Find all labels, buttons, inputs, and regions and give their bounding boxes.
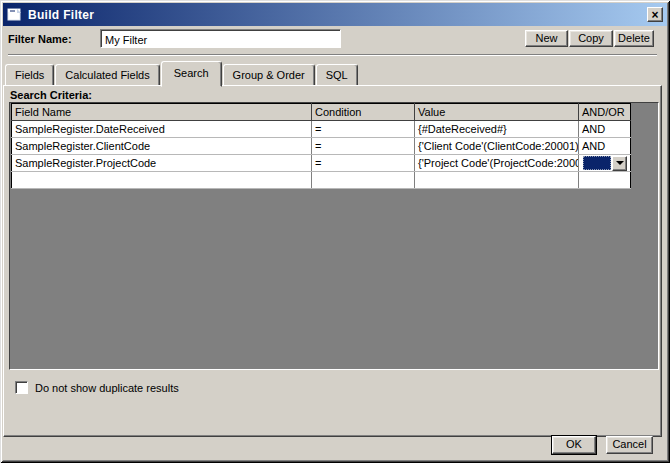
- cell-field-name[interactable]: SampleRegister.ProjectCode: [12, 155, 312, 172]
- tab-search[interactable]: Search: [161, 61, 222, 87]
- table-row-empty[interactable]: [12, 172, 631, 189]
- column-header-value[interactable]: Value: [415, 104, 579, 121]
- cell-value[interactable]: {'Project Code'(ProjectCode:20002: [415, 155, 579, 172]
- delete-button[interactable]: Delete: [614, 30, 654, 47]
- search-tab-page: Search Criteria: Field Name Condition Va…: [3, 85, 662, 437]
- window-title: Build Filter: [28, 8, 94, 22]
- cell-andor[interactable]: AND: [579, 138, 631, 155]
- tab-strip: Fields Calculated Fields Search Group & …: [5, 60, 359, 86]
- cell-field-name[interactable]: [12, 172, 312, 189]
- search-criteria-label: Search Criteria:: [10, 89, 92, 101]
- andor-combobox[interactable]: [582, 155, 627, 171]
- table-row[interactable]: SampleRegister.DateReceived = {#DateRece…: [12, 121, 631, 138]
- combobox-dropdown-button[interactable]: [612, 156, 627, 171]
- new-button[interactable]: New: [525, 30, 568, 47]
- close-icon: ×: [651, 9, 658, 21]
- tab-calculated-fields[interactable]: Calculated Fields: [55, 64, 159, 86]
- divider: [8, 54, 657, 56]
- combobox-selection[interactable]: [583, 156, 611, 170]
- column-header-andor[interactable]: AND/OR: [579, 104, 631, 121]
- column-header-condition[interactable]: Condition: [312, 104, 415, 121]
- chevron-down-icon: [616, 161, 624, 165]
- cell-value[interactable]: [415, 172, 579, 189]
- tab-sql[interactable]: SQL: [316, 64, 358, 86]
- duplicate-results-label: Do not show duplicate results: [35, 382, 179, 394]
- app-window-icon: [7, 8, 22, 22]
- tab-fields[interactable]: Fields: [5, 64, 54, 86]
- cell-condition[interactable]: =: [312, 138, 415, 155]
- cell-field-name[interactable]: SampleRegister.DateReceived: [12, 121, 312, 138]
- table-header-row: Field Name Condition Value AND/OR: [12, 104, 631, 121]
- build-filter-dialog: Build Filter × Filter Name: New Copy Del…: [0, 0, 670, 463]
- cell-value[interactable]: {#DateReceived#}: [415, 121, 579, 138]
- table-row[interactable]: SampleRegister.ClientCode = {'Client Cod…: [12, 138, 631, 155]
- duplicate-results-checkbox[interactable]: [15, 381, 28, 394]
- cell-field-name[interactable]: SampleRegister.ClientCode: [12, 138, 312, 155]
- cell-value[interactable]: {'Client Code'(ClientCode:20001)}: [415, 138, 579, 155]
- ok-button[interactable]: OK: [552, 436, 596, 454]
- column-header-field-name[interactable]: Field Name: [12, 104, 312, 121]
- tab-group-order[interactable]: Group & Order: [223, 64, 315, 86]
- table-row[interactable]: SampleRegister.ProjectCode = {'Project C…: [12, 155, 631, 172]
- cell-condition[interactable]: =: [312, 121, 415, 138]
- criteria-table: Field Name Condition Value AND/OR Sample…: [11, 103, 631, 189]
- criteria-grid: Field Name Condition Value AND/OR Sample…: [9, 102, 659, 370]
- duplicate-results-option: Do not show duplicate results: [15, 381, 179, 394]
- cell-condition[interactable]: =: [312, 155, 415, 172]
- cancel-button[interactable]: Cancel: [606, 436, 653, 454]
- cell-andor[interactable]: [579, 172, 631, 189]
- filter-name-input[interactable]: [100, 29, 341, 48]
- filter-name-label: Filter Name:: [8, 33, 72, 45]
- cell-condition[interactable]: [312, 172, 415, 189]
- titlebar[interactable]: Build Filter ×: [3, 3, 667, 26]
- cell-andor-combo: [579, 155, 631, 172]
- cell-andor[interactable]: AND: [579, 121, 631, 138]
- copy-button[interactable]: Copy: [569, 30, 613, 47]
- close-button[interactable]: ×: [647, 7, 663, 22]
